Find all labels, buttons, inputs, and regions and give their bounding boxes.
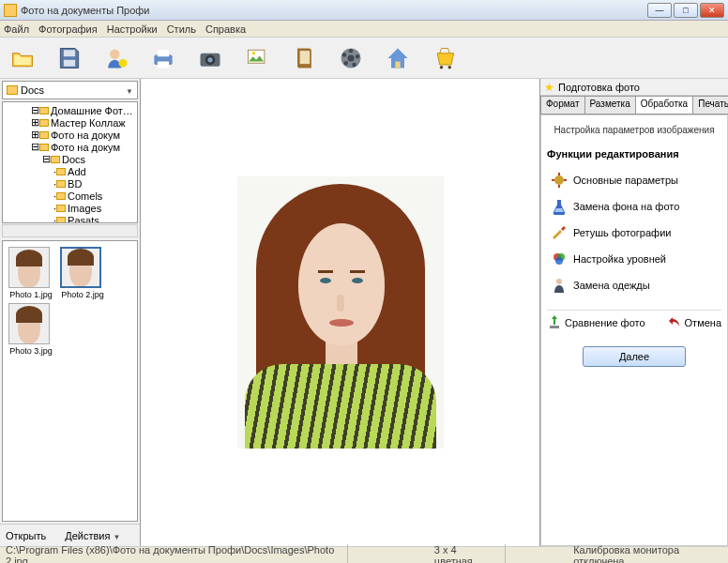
toolbar-save-icon[interactable] <box>54 43 84 73</box>
toolbar-image-icon[interactable] <box>242 43 272 73</box>
toolbar-open-icon[interactable] <box>8 43 38 73</box>
thumbnail-grid: Photo 1.jpg Photo 2.jpg Photo 3.jpg <box>2 240 138 522</box>
svg-point-17 <box>352 62 356 66</box>
panel-actions: Сравнение фото Отмена <box>547 310 721 335</box>
item-clothes[interactable]: Замена одежды <box>547 272 721 298</box>
svg-point-19 <box>342 53 346 56</box>
svg-point-2 <box>110 49 120 59</box>
status-size: 3 x 4 цветная <box>434 544 506 564</box>
compare-icon <box>547 314 562 331</box>
window-title: Фото на документы Профи <box>21 5 647 16</box>
close-button[interactable]: ✕ <box>700 3 724 18</box>
thumbnail-2[interactable]: Photo 2.jpg <box>60 247 105 299</box>
left-bottom-bar: Открыть Действия <box>0 524 140 546</box>
svg-rect-32 <box>550 326 559 328</box>
svg-rect-26 <box>552 179 554 181</box>
svg-rect-0 <box>64 50 75 56</box>
toolbar-person-icon[interactable] <box>101 43 131 73</box>
right-panel-body: Настройка параметров изображения Функции… <box>540 114 728 546</box>
tab-process[interactable]: Обработка <box>635 96 693 114</box>
flask-icon <box>551 198 568 215</box>
svg-rect-5 <box>158 50 169 56</box>
status-path: C:\Program Files (x86)\Фото на документы… <box>6 544 348 564</box>
toolbar-house-icon[interactable] <box>383 43 413 73</box>
dropdown-label: Docs <box>21 84 44 96</box>
tab-print[interactable]: Печать <box>692 96 728 114</box>
star-icon: ★ <box>544 81 554 94</box>
folder-icon <box>7 85 18 95</box>
svg-rect-25 <box>558 185 560 188</box>
tab-layout[interactable]: Разметка <box>584 96 636 114</box>
svg-point-23 <box>554 175 564 185</box>
svg-rect-1 <box>64 59 75 66</box>
menu-style[interactable]: Стиль <box>167 23 196 35</box>
svg-point-21 <box>440 65 444 68</box>
photo-preview <box>237 176 444 449</box>
toolbar-book-icon[interactable] <box>289 43 319 73</box>
svg-point-22 <box>448 65 452 68</box>
person-suit-icon <box>551 277 568 294</box>
toolbar <box>0 38 728 79</box>
status-calibration: Калибровка монитора отключена <box>573 544 722 564</box>
thumbnail-1[interactable]: Photo 1.jpg <box>8 247 53 299</box>
chevron-down-icon <box>126 84 133 96</box>
next-button[interactable]: Далее <box>583 346 686 367</box>
item-levels[interactable]: Настройка уровней <box>547 246 721 272</box>
titlebar: Фото на документы Профи — □ ✕ <box>0 0 728 21</box>
svg-point-15 <box>349 48 353 52</box>
main-content: Docs ⊟ Домашние Фот… ⊞ Мастер Коллаж ⊞ Ф… <box>0 79 728 546</box>
svg-rect-20 <box>395 61 400 68</box>
thumbnail-3[interactable]: Photo 3.jpg <box>8 303 53 356</box>
open-button[interactable]: Открыть <box>6 530 46 541</box>
panel-subtitle: Настройка параметров изображения <box>547 121 721 145</box>
svg-rect-27 <box>564 179 567 181</box>
cancel-button[interactable]: Отмена <box>667 314 721 331</box>
undo-icon <box>667 314 682 331</box>
svg-point-16 <box>356 54 359 58</box>
tab-format[interactable]: Формат <box>540 96 585 114</box>
svg-point-14 <box>348 54 355 61</box>
right-header-label: Подготовка фото <box>558 82 640 93</box>
menubar: Файл Фотография Настройки Стиль Справка <box>0 21 728 38</box>
item-basic-params[interactable]: Основные параметры <box>547 167 721 193</box>
menu-photo[interactable]: Фотография <box>38 23 98 35</box>
svg-point-3 <box>119 58 128 67</box>
svg-point-11 <box>252 52 256 55</box>
brush-icon <box>551 224 568 241</box>
maximize-button[interactable]: □ <box>674 3 698 18</box>
right-panel: ★ Подготовка фото Формат Разметка Обрабо… <box>540 79 728 546</box>
minimize-button[interactable]: — <box>647 3 672 18</box>
left-panel: Docs ⊟ Домашние Фот… ⊞ Мастер Коллаж ⊞ Ф… <box>0 79 141 546</box>
svg-rect-12 <box>300 51 311 64</box>
svg-point-30 <box>555 257 563 265</box>
svg-rect-6 <box>158 61 169 68</box>
toolbar-camera-icon[interactable] <box>195 43 225 73</box>
chevron-down-icon <box>113 530 120 541</box>
compare-button[interactable]: Сравнение фото <box>547 314 645 331</box>
panel-title: Функции редактирования <box>547 145 721 167</box>
item-retouch[interactable]: Ретушь фотографии <box>547 220 721 246</box>
folder-tree[interactable]: ⊟ Домашние Фот… ⊞ Мастер Коллаж ⊞ Фото н… <box>2 101 138 223</box>
right-tabs: Формат Разметка Обработка Печать <box>540 96 728 114</box>
folder-dropdown[interactable]: Docs <box>2 81 138 99</box>
toolbar-cart-icon[interactable] <box>430 43 460 73</box>
toolbar-printer-icon[interactable] <box>148 43 178 73</box>
actions-dropdown[interactable]: Действия <box>65 530 120 541</box>
svg-rect-24 <box>558 173 560 175</box>
photo-canvas[interactable] <box>141 79 540 546</box>
rgb-circles-icon <box>551 251 568 267</box>
gear-icon <box>551 172 568 189</box>
svg-point-31 <box>556 279 562 284</box>
status-bar: C:\Program Files (x86)\Фото на документы… <box>0 546 728 563</box>
tree-scrollbar[interactable] <box>2 224 138 237</box>
svg-point-18 <box>344 61 348 65</box>
svg-point-9 <box>207 57 212 62</box>
menu-file[interactable]: Файл <box>4 23 29 35</box>
toolbar-reel-icon[interactable] <box>336 43 366 73</box>
app-icon <box>4 4 17 17</box>
menu-help[interactable]: Справка <box>205 23 246 35</box>
menu-settings[interactable]: Настройки <box>107 23 158 35</box>
item-replace-bg[interactable]: Замена фона на фото <box>547 193 721 220</box>
window-controls: — □ ✕ <box>647 3 724 18</box>
right-panel-header: ★ Подготовка фото <box>540 79 728 96</box>
